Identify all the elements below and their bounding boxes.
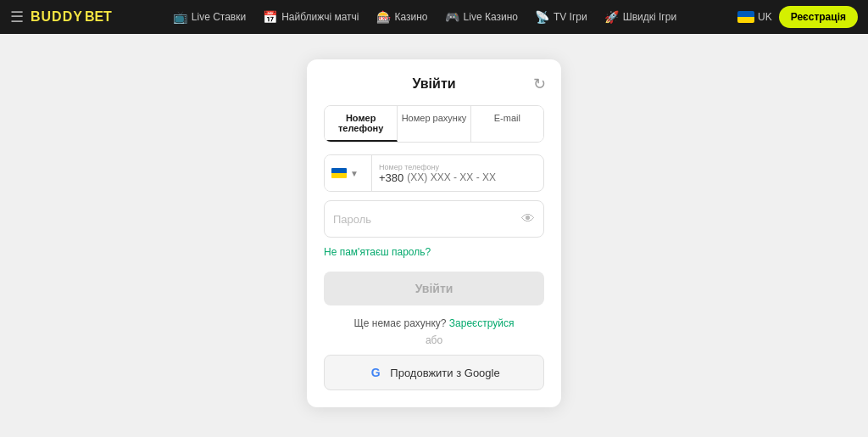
google-signin-button[interactable]: G Продовжити з Google (324, 355, 544, 390)
nav-item-najblyzhchi[interactable]: 📅 Найближчі матчі (263, 10, 359, 24)
logo: BUDDY BET (31, 9, 112, 25)
tv-ihry-icon: 📡 (535, 10, 549, 24)
password-wrapper: 👁 (324, 200, 544, 238)
flag-icon (331, 168, 347, 178)
ukraine-flag-icon (737, 11, 754, 23)
navbar-center: 📺 Live Ставки 📅 Найближчі матчі 🎰 Казино… (173, 10, 676, 24)
nav-label-najblyzhchi: Найближчі матчі (281, 11, 359, 23)
navbar-right: UK Реєстрація (737, 6, 858, 28)
phone-input-wrapper: ▼ Номер телефону +380 (324, 154, 544, 192)
or-text: або (324, 334, 544, 346)
google-icon: G (368, 365, 383, 380)
nav-item-shvydki[interactable]: 🚀 Швидкі Ігри (604, 10, 676, 24)
casino-icon: 🎰 (376, 10, 391, 24)
tab-account[interactable]: Номер рахунку (398, 106, 470, 142)
help-icon[interactable]: ↻ (533, 75, 546, 93)
navbar-left: ☰ BUDDY BET (10, 8, 112, 26)
google-btn-label: Продовжити з Google (390, 367, 499, 379)
nav-label-shvydki: Швидкі Ігри (623, 11, 676, 23)
phone-input[interactable] (407, 171, 537, 183)
nav-item-kazino[interactable]: 🎰 Казино (376, 10, 428, 24)
forgot-password-link[interactable]: Не пам'ятаєш пароль? (324, 246, 544, 258)
nav-item-tv-ihry[interactable]: 📡 TV Ігри (535, 10, 587, 24)
calendar-icon: 📅 (263, 10, 277, 24)
register-link[interactable]: Зареєструйся (449, 317, 515, 329)
nav-item-live-stavky[interactable]: 📺 Live Ставки (173, 10, 246, 24)
language-label: UK (758, 11, 772, 23)
logo-bet: BET (85, 9, 112, 25)
hamburger-icon[interactable]: ☰ (10, 8, 24, 26)
nav-label-live-kazino: Live Казино (464, 11, 518, 23)
nav-label-kazino: Казино (395, 11, 428, 23)
language-selector[interactable]: UK (737, 11, 772, 23)
tab-email[interactable]: E-mail (471, 106, 543, 142)
tab-phone[interactable]: Номер телефону (325, 106, 398, 142)
no-account-text: Ще немає рахунку? Зареєструйся (324, 317, 544, 329)
navbar: ☰ BUDDY BET 📺 Live Ставки 📅 Найближчі ма… (0, 0, 868, 34)
login-tabs: Номер телефону Номер рахунку E-mail (324, 105, 544, 143)
dropdown-arrow-icon: ▼ (350, 169, 359, 178)
rocket-icon: 🚀 (604, 10, 619, 24)
live-casino-icon: 🎮 (445, 10, 459, 24)
nav-label-tv-ihry: TV Ігри (554, 11, 587, 23)
nav-item-live-kazino[interactable]: 🎮 Live Казино (445, 10, 518, 24)
phone-field-inner: Номер телефону +380 (372, 155, 543, 191)
phone-field-label: Номер телефону (379, 163, 537, 171)
country-selector[interactable]: ▼ (325, 155, 372, 191)
nav-label-live-stavky: Live Ставки (192, 11, 246, 23)
phone-input-row: +380 (379, 171, 537, 184)
register-button[interactable]: Реєстрація (779, 6, 858, 28)
password-input[interactable] (333, 213, 521, 226)
main-content: Увійти ↻ Номер телефону Номер рахунку E-… (0, 34, 868, 437)
tv-icon: 📺 (173, 10, 187, 24)
login-card: Увійти ↻ Номер телефону Номер рахунку E-… (307, 59, 561, 407)
eye-icon[interactable]: 👁 (521, 211, 535, 227)
logo-buddy: BUDDY (31, 9, 83, 25)
login-button[interactable]: Увійти (324, 272, 544, 305)
login-title: Увійти (324, 76, 544, 92)
phone-prefix: +380 (379, 171, 403, 184)
